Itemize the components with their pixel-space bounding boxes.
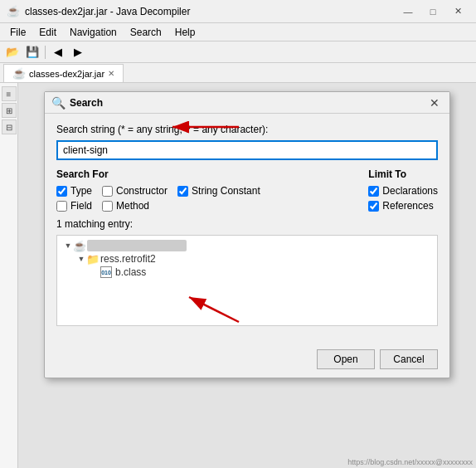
sidebar-icon-3[interactable]: ⊟ xyxy=(2,119,17,134)
sidebar-icon-1[interactable]: ≡ xyxy=(2,86,17,101)
tab-close-button[interactable]: ✕ xyxy=(108,69,114,78)
options-row: Search For Type Field xyxy=(56,168,438,212)
search-dialog: 🔍 Search ✕ Search string (* = any string… xyxy=(44,91,450,378)
search-for-group: Search For Type Field xyxy=(56,168,260,212)
checkbox-references[interactable] xyxy=(368,201,379,212)
window-title: classes-dex2jar.jar - Java Decompiler xyxy=(25,6,396,17)
tab-bar: ☕ classes-dex2jar.jar ✕ xyxy=(0,63,476,83)
limit-to-group: Limit To Declarations References xyxy=(368,168,438,212)
tree-node-class[interactable]: 010 b.class xyxy=(61,266,434,279)
checkbox-field[interactable] xyxy=(56,201,67,212)
minimize-button[interactable]: — xyxy=(396,3,420,20)
checkbox-type-label[interactable]: Type xyxy=(70,185,92,197)
search-for-label: Search For xyxy=(56,168,260,180)
checkbox-declarations-row: Declarations xyxy=(368,185,438,197)
menu-help[interactable]: Help xyxy=(168,25,202,40)
dialog-icon: 🔍 xyxy=(51,96,65,110)
checkbox-references-row: References xyxy=(368,200,438,212)
cancel-button[interactable]: Cancel xyxy=(380,349,438,369)
menu-bar: File Edit Navigation Search Help xyxy=(0,23,476,41)
result-label: 1 matching entry: xyxy=(56,218,438,230)
package-icon: 📁 xyxy=(87,253,99,265)
checkbox-constructor[interactable] xyxy=(102,186,113,197)
dialog-close-button[interactable]: ✕ xyxy=(426,95,443,111)
menu-edit[interactable]: Edit xyxy=(32,25,63,40)
limit-to-label: Limit To xyxy=(368,168,438,180)
tab-label: classes-dex2jar.jar xyxy=(29,69,104,79)
class-icon: 010 xyxy=(100,266,112,278)
save-button[interactable]: 💾 xyxy=(23,44,41,61)
checkbox-method-row: Method xyxy=(102,200,168,212)
tab-icon: ☕ xyxy=(12,67,26,80)
dialog-title-bar: 🔍 Search ✕ xyxy=(45,92,449,114)
open-button[interactable]: Open xyxy=(317,349,375,369)
checkbox-string[interactable] xyxy=(177,186,188,197)
checkbox-constructor-row: Constructor xyxy=(102,185,168,197)
maximize-button[interactable]: □ xyxy=(421,3,444,20)
tree-node-package[interactable]: ▼ 📁 ress.retrofit2 xyxy=(61,252,434,266)
toolbar-separator xyxy=(45,46,46,59)
checkbox-method-label[interactable]: Method xyxy=(116,200,149,212)
checkbox-type[interactable] xyxy=(56,186,67,197)
checkbox-declarations[interactable] xyxy=(368,186,379,197)
checkbox-constructor-label[interactable]: Constructor xyxy=(116,185,168,197)
checkbox-references-label[interactable]: References xyxy=(382,200,433,212)
content-area: 🔍 Search ✕ Search string (* = any string… xyxy=(18,83,476,468)
search-input[interactable] xyxy=(56,140,438,160)
checkbox-string-row: String Constant xyxy=(177,185,260,197)
open-file-button[interactable]: 📂 xyxy=(3,44,22,61)
checkbox-method[interactable] xyxy=(102,201,113,212)
title-bar: ☕ classes-dex2jar.jar - Java Decompiler … xyxy=(0,0,476,23)
watermark: https://blog.csdn.net/xxxxx@xxxxxxxx xyxy=(347,458,473,466)
menu-search[interactable]: Search xyxy=(124,25,168,40)
window-controls: — □ ✕ xyxy=(396,3,469,20)
node-text-class: b.class xyxy=(115,266,146,278)
dialog-overlay: 🔍 Search ✕ Search string (* = any string… xyxy=(18,83,476,468)
sidebar: ≡ ⊞ ⊟ xyxy=(0,83,18,468)
menu-navigation[interactable]: Navigation xyxy=(63,25,124,40)
checkbox-field-row: Field xyxy=(56,200,92,212)
tree-toggle-root[interactable]: ▼ xyxy=(64,241,72,250)
dialog-body: Search string (* = any string, ? = any c… xyxy=(45,114,449,344)
checkbox-field-label[interactable]: Field xyxy=(70,200,92,212)
node-text-package: ress.retrofit2 xyxy=(100,253,156,265)
main-area: ≡ ⊞ ⊟ 🔍 Search ✕ Search string (* = any … xyxy=(0,83,476,468)
checkbox-type-row: Type xyxy=(56,185,92,197)
search-label: Search string (* = any string, ? = any c… xyxy=(56,124,438,135)
close-button[interactable]: ✕ xyxy=(446,3,469,20)
back-button[interactable]: ◀ xyxy=(49,44,67,61)
tree-toggle-package[interactable]: ▼ xyxy=(77,255,85,263)
forward-button[interactable]: ▶ xyxy=(69,44,87,61)
tab-jar[interactable]: ☕ classes-dex2jar.jar ✕ xyxy=(3,64,124,82)
tree-node-root[interactable]: ▼ ☕ xyxy=(61,239,434,252)
menu-file[interactable]: File xyxy=(3,25,32,40)
sidebar-icon-2[interactable]: ⊞ xyxy=(2,103,17,118)
jar-icon: ☕ xyxy=(74,240,85,251)
checkbox-string-label[interactable]: String Constant xyxy=(192,185,260,197)
toolbar: 📂 💾 ◀ ▶ xyxy=(0,41,476,63)
dialog-title: Search xyxy=(70,97,426,109)
app-icon: ☕ xyxy=(7,5,20,18)
result-tree[interactable]: ▼ ☕ ▼ 📁 ress.retrofit2 xyxy=(56,235,438,326)
dialog-footer: Open Cancel xyxy=(45,344,449,378)
checkbox-declarations-label[interactable]: Declarations xyxy=(382,185,438,197)
node-text-root xyxy=(87,240,187,251)
